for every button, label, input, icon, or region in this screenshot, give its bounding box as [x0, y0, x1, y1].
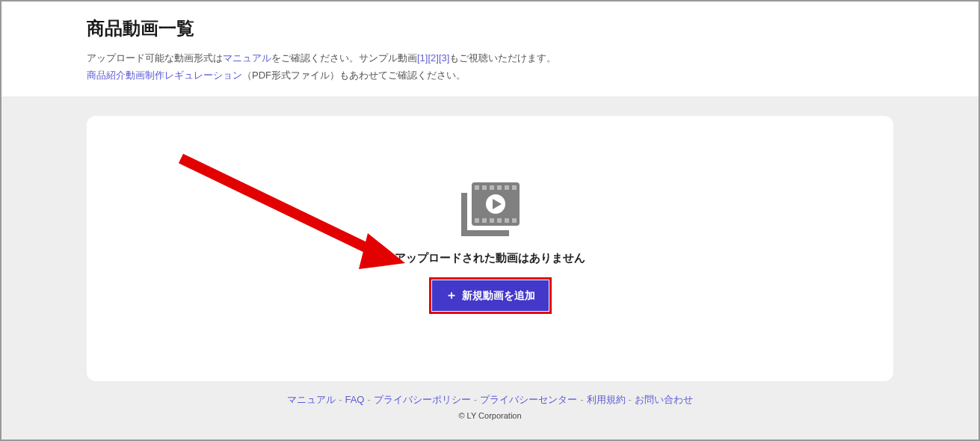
svg-rect-5: [490, 185, 494, 190]
empty-message: アップロードされた動画はありません: [395, 251, 585, 265]
manual-link[interactable]: マニュアル: [223, 52, 271, 64]
film-video-icon: [461, 182, 520, 239]
description: アップロード可能な動画形式はマニュアルをご確認ください。サンプル動画[1][2]…: [87, 49, 893, 84]
svg-rect-11: [490, 218, 494, 223]
copyright: © LY Corporation: [87, 411, 893, 425]
svg-rect-6: [497, 185, 502, 190]
svg-rect-14: [512, 218, 517, 223]
empty-state: アップロードされた動画はありません ＋ 新規動画を追加: [395, 182, 585, 314]
svg-rect-12: [497, 218, 502, 223]
svg-rect-9: [475, 218, 479, 223]
svg-rect-7: [505, 185, 509, 190]
desc-text: もご視聴いただけます。: [449, 52, 556, 64]
desc-text: （PDF形式ファイル）もあわせてご確認ください。: [242, 70, 466, 81]
separator: -: [339, 394, 342, 405]
add-button-highlight: ＋ 新規動画を追加: [429, 277, 552, 314]
svg-rect-3: [475, 185, 479, 190]
sample-link-1[interactable]: [1]: [417, 52, 428, 64]
footer-contact-link[interactable]: お問い合わせ: [635, 394, 693, 405]
svg-rect-8: [512, 185, 517, 190]
regulation-link[interactable]: 商品紹介動画制作レギュレーション: [87, 70, 242, 81]
plus-icon: ＋: [446, 288, 457, 303]
separator: -: [580, 394, 583, 405]
svg-rect-13: [505, 218, 509, 223]
header: 商品動画一覧 アップロード可能な動画形式はマニュアルをご確認ください。サンプル動…: [1, 1, 979, 96]
svg-rect-0: [461, 193, 467, 236]
page-title: 商品動画一覧: [87, 16, 893, 40]
footer-terms-link[interactable]: 利用規約: [587, 394, 626, 405]
empty-card: アップロードされた動画はありません ＋ 新規動画を追加: [87, 116, 893, 381]
desc-text: をご確認ください。サンプル動画: [271, 52, 417, 64]
footer-faq-link[interactable]: FAQ: [345, 394, 364, 405]
separator: -: [474, 394, 477, 405]
sample-link-3[interactable]: [3]: [439, 52, 449, 64]
footer-manual-link[interactable]: マニュアル: [287, 394, 336, 405]
add-video-button[interactable]: ＋ 新規動画を追加: [432, 280, 549, 311]
add-button-label: 新規動画を追加: [462, 289, 535, 303]
content-area: アップロードされた動画はありません ＋ 新規動画を追加 マニュアル-FAQ-プラ…: [1, 96, 979, 440]
svg-rect-4: [482, 185, 487, 190]
footer-links: マニュアル-FAQ-プライバシーポリシー-プライバシーセンター-利用規約-お問い…: [87, 381, 893, 411]
footer-privacy-policy-link[interactable]: プライバシーポリシー: [374, 394, 471, 405]
svg-rect-1: [461, 230, 509, 236]
footer-privacy-center-link[interactable]: プライバシーセンター: [480, 394, 577, 405]
sample-link-2[interactable]: [2]: [428, 52, 438, 64]
separator: -: [629, 394, 632, 405]
svg-rect-10: [482, 218, 487, 223]
desc-text: アップロード可能な動画形式は: [87, 52, 223, 64]
separator: -: [367, 394, 370, 405]
